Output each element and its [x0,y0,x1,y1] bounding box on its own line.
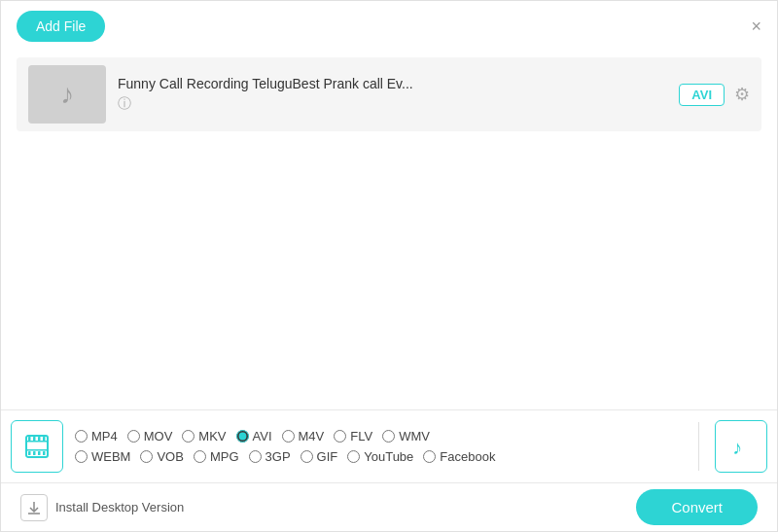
format-option-avi[interactable]: AVI [236,429,272,443]
format-option-vob[interactable]: VOB [140,449,183,464]
format-option-webm[interactable]: WEBM [75,449,130,464]
format-radio-avi[interactable] [236,430,249,443]
format-label-mp4: MP4 [91,429,118,443]
format-label-flv: FLV [350,429,372,443]
format-option-mp4[interactable]: MP4 [75,429,118,443]
file-name: Funny Call Recording TeluguBest Prank ca… [118,76,667,91]
format-radio-mp4[interactable] [75,430,88,443]
svg-rect-9 [38,451,41,455]
format-radio-3gp[interactable] [249,450,262,463]
format-label-facebook: Facebook [440,449,495,464]
svg-rect-4 [33,437,36,441]
format-option-mpg[interactable]: MPG [194,449,239,464]
format-radio-mpg[interactable] [194,450,206,463]
format-grid: MP4 MOV MKV AVI M4V FLV [75,429,690,464]
format-radio-m4v[interactable] [282,430,295,443]
format-radio-gif[interactable] [301,450,313,463]
audio-format-button[interactable]: ♪ [715,420,767,473]
format-label-mkv: MKV [198,429,226,443]
download-arrow-icon [26,500,42,515]
format-radio-mkv[interactable] [182,430,194,443]
file-info: Funny Call Recording TeluguBest Prank ca… [118,76,667,113]
format-row-2: WEBM VOB MPG 3GP GIF YouTube [75,449,690,464]
svg-rect-10 [43,451,46,455]
format-option-wmv[interactable]: WMV [382,429,430,443]
file-item: ♪ Funny Call Recording TeluguBest Prank … [17,57,761,131]
format-option-youtube[interactable]: YouTube [347,449,413,464]
convert-button[interactable]: Convert [636,489,758,525]
format-label-webm: WEBM [91,449,130,464]
format-label-mpg: MPG [210,449,239,464]
format-label-avi: AVI [253,429,272,443]
svg-rect-7 [28,451,31,455]
format-icon-box[interactable]: ⬛ [11,420,63,473]
format-label-gif: GIF [317,449,338,464]
add-file-button[interactable]: Add File [17,11,105,42]
file-actions: AVI ⚙ [679,84,750,106]
format-radio-youtube[interactable] [347,450,360,463]
file-thumbnail: ♪ [28,65,106,124]
top-bar: Add File × [1,1,777,50]
svg-rect-5 [38,437,41,441]
format-badge[interactable]: AVI [679,84,725,106]
format-option-mov[interactable]: MOV [127,429,173,443]
svg-rect-6 [43,437,46,441]
format-option-m4v[interactable]: M4V [282,429,325,443]
format-radio-webm[interactable] [75,450,88,463]
format-label-3gp: 3GP [265,449,291,464]
format-option-3gp[interactable]: 3GP [249,449,291,464]
format-row-1: MP4 MOV MKV AVI M4V FLV [75,429,690,443]
info-icon[interactable]: ⓘ [118,95,667,113]
format-radio-facebook[interactable] [423,450,436,463]
vertical-divider [698,422,699,471]
music-note-icon: ♪ [728,434,754,459]
main-content [1,139,777,392]
format-label-youtube: YouTube [364,449,413,464]
svg-rect-3 [28,437,31,441]
file-list-area: ♪ Funny Call Recording TeluguBest Prank … [1,50,777,139]
format-option-gif[interactable]: GIF [301,449,338,464]
format-option-flv[interactable]: FLV [334,429,372,443]
format-radio-wmv[interactable] [382,430,395,443]
format-radio-vob[interactable] [140,450,153,463]
settings-icon[interactable]: ⚙ [734,84,750,105]
footer: Install Desktop Version Convert [1,482,777,531]
format-label-mov: MOV [144,429,173,443]
svg-rect-1 [26,441,48,443]
bottom-panel: ⬛ MP4 MOV [1,409,777,482]
install-label: Install Desktop Version [55,500,184,514]
format-label-vob: VOB [157,449,183,464]
svg-rect-8 [33,451,36,455]
download-icon [20,494,48,521]
format-label-m4v: M4V [299,429,325,443]
svg-text:♪: ♪ [732,437,742,458]
music-icon: ♪ [60,79,74,110]
format-radio-flv[interactable] [334,430,346,443]
format-option-mkv[interactable]: MKV [182,429,226,443]
svg-rect-2 [26,449,48,451]
install-desktop-button[interactable]: Install Desktop Version [20,494,184,521]
format-radio-mov[interactable] [127,430,140,443]
format-label-wmv: WMV [399,429,430,443]
film-strip-icon [24,434,50,459]
close-button[interactable]: × [751,18,761,35]
format-option-facebook[interactable]: Facebook [423,449,495,464]
